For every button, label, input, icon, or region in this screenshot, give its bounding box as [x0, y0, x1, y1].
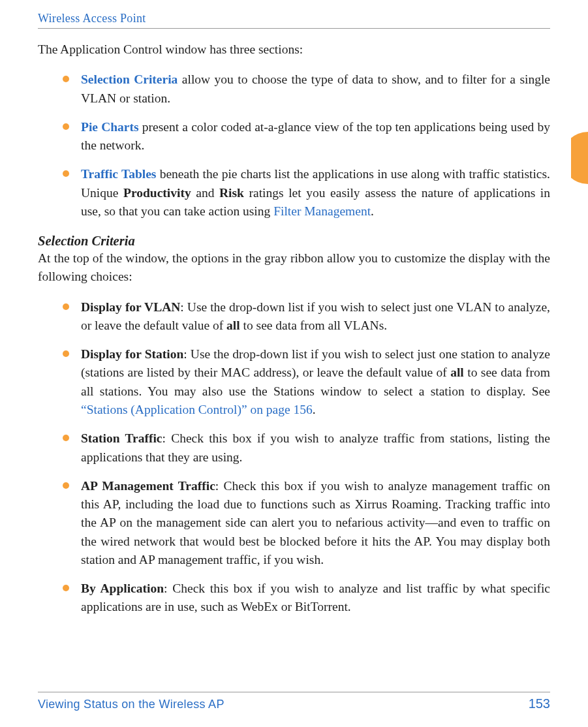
section-intro-text: At the top of the window, the options in…	[38, 249, 550, 286]
bullet-selection-criteria: Selection Criteria allow you to choose t…	[63, 70, 550, 108]
bullet-by-application: By Application: Check this box if you wi…	[63, 580, 550, 617]
footer-section-title: Viewing Status on the Wireless AP	[38, 698, 224, 711]
text: to see data from all VLANs.	[240, 318, 387, 332]
bullets-list-2: Display for VLAN: Use the drop-down list…	[38, 298, 550, 617]
bullets-list-1: Selection Criteria allow you to choose t…	[38, 70, 550, 221]
bold-title: Display for Station	[81, 347, 183, 361]
bold-title: Display for VLAN	[81, 300, 180, 314]
link-traffic-tables[interactable]: Traffic Tables	[81, 167, 156, 181]
bold-risk: Risk	[219, 186, 244, 200]
bullet-pie-charts: Pie Charts present a color coded at-a-gl…	[63, 118, 550, 155]
bold-productivity: Productivity	[123, 186, 191, 200]
running-header: Wireless Access Point	[38, 12, 550, 29]
link-selection-criteria[interactable]: Selection Criteria	[81, 72, 178, 86]
link-pie-charts[interactable]: Pie Charts	[81, 120, 139, 134]
text: .	[371, 204, 374, 218]
bold-all: all	[226, 318, 240, 332]
footer-page-number: 153	[529, 696, 550, 711]
text: .	[313, 403, 316, 416]
intro-text: The Application Control window has three…	[38, 40, 550, 59]
text: present a color coded at-a-glance view o…	[81, 120, 550, 152]
bold-title: Station Traffic	[81, 431, 162, 445]
bullet-display-for-vlan: Display for VLAN: Use the drop-down list…	[63, 298, 550, 335]
link-filter-management[interactable]: Filter Management	[273, 204, 371, 218]
bold-title: AP Management Traffic	[81, 479, 215, 493]
bold-all: all	[450, 365, 464, 379]
bullet-display-for-station: Display for Station: Use the drop-down l…	[63, 345, 550, 419]
text: and	[191, 186, 219, 200]
bullet-traffic-tables: Traffic Tables beneath the pie charts li…	[63, 165, 550, 221]
link-stations-application-control[interactable]: “Stations (Application Control)” on page…	[81, 403, 313, 416]
section-heading-selection-criteria: Selection Criteria	[38, 234, 550, 249]
bullet-station-traffic: Station Traffic: Check this box if you w…	[63, 429, 550, 467]
bullet-ap-management-traffic: AP Management Traffic: Check this box if…	[63, 477, 550, 569]
bold-title: By Application	[81, 581, 164, 595]
page-footer: Viewing Status on the Wireless AP 153	[38, 692, 550, 711]
